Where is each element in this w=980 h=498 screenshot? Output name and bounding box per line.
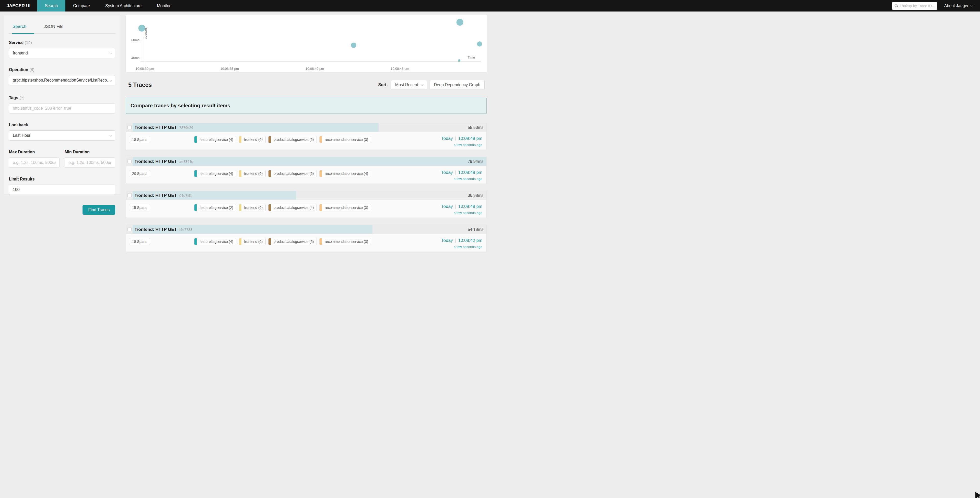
trace-scatter-dot[interactable] xyxy=(477,42,482,46)
limit-results-label: Limit Results xyxy=(9,177,115,182)
trace-count: 5 Traces xyxy=(128,81,152,88)
nav-item-system-architecture[interactable]: System Architecture xyxy=(98,0,149,11)
tags-input[interactable] xyxy=(13,106,111,111)
trace-relative-time: a few seconds ago xyxy=(441,245,482,249)
trace-row[interactable]: frontend: HTTP GET 01d7f9b 36.98ms 15 Sp… xyxy=(126,191,487,218)
trace-date-link[interactable]: Today xyxy=(441,136,453,141)
chevron-down-icon xyxy=(420,83,423,86)
trace-duration: 54.18ms xyxy=(468,225,484,234)
max-duration-input[interactable] xyxy=(13,160,56,165)
nav-item-compare[interactable]: Compare xyxy=(65,0,98,11)
tabs-divider xyxy=(9,33,116,34)
service-chip: productcatalogservice (5) xyxy=(268,136,317,143)
service-color-strip xyxy=(194,136,197,143)
trace-checkbox[interactable] xyxy=(127,193,132,197)
trace-checkbox[interactable] xyxy=(127,159,132,163)
min-duration-input[interactable] xyxy=(68,160,111,165)
service-chip: featureflagservice (2) xyxy=(194,204,236,211)
service-select[interactable]: frontend xyxy=(9,48,115,58)
trace-scatter-dot[interactable] xyxy=(456,19,463,26)
trace-row-header: frontend: HTTP GET 01d7f9b 36.98ms xyxy=(126,191,487,200)
trace-date-link[interactable]: Today xyxy=(441,204,453,209)
service-chip: recommendationservice (3) xyxy=(319,204,371,211)
results-header: 5 Traces Sort: Most Recent Deep Dependen… xyxy=(126,77,487,93)
trace-time-link[interactable]: 10:08:48 pm xyxy=(458,170,482,175)
trace-row[interactable]: frontend: HTTP GET f5e7783 54.18ms 18 Sp… xyxy=(126,225,487,249)
trace-row[interactable]: frontend: HTTP GET 7876e26 55.53ms 18 Sp… xyxy=(126,123,487,150)
x-axis-tick-label: 10:08:40 pm xyxy=(305,67,324,70)
y-axis-tick xyxy=(141,58,143,58)
service-color-strip xyxy=(269,204,271,211)
service-chip: productcatalogservice (6) xyxy=(268,170,317,177)
service-label: Service (14) xyxy=(9,40,115,45)
trace-duration: 55.53ms xyxy=(468,123,484,132)
y-axis-tick-label: 40ms xyxy=(131,56,140,60)
trace-id: f5e7783 xyxy=(179,228,192,231)
operation-select[interactable]: grpc.hipstershop.RecommendationService/L… xyxy=(9,75,115,85)
service-color-strip xyxy=(194,238,197,245)
trace-date-link[interactable]: Today xyxy=(441,238,453,243)
trace-date-link[interactable]: Today xyxy=(441,170,453,175)
service-chip: frontend (6) xyxy=(239,170,266,177)
max-duration-label: Max Duration xyxy=(9,150,59,155)
tab-json-file[interactable]: JSON File xyxy=(40,22,67,33)
tags-input-box xyxy=(9,103,115,113)
service-color-strip xyxy=(194,204,197,211)
app-logo: JAEGER UI xyxy=(0,0,37,11)
service-chip: frontend (6) xyxy=(239,204,266,211)
nav-item-search[interactable]: Search xyxy=(37,0,65,11)
service-color-strip xyxy=(269,238,271,245)
trace-relative-time: a few seconds ago xyxy=(441,177,482,181)
service-chip: frontend (6) xyxy=(239,238,266,245)
sidebar-tabs: Search JSON File xyxy=(9,15,115,33)
service-chip: recommendationservice (3) xyxy=(319,238,371,245)
compare-banner: Compare traces by selecting result items xyxy=(126,97,487,114)
service-chip: frontend (6) xyxy=(239,136,266,143)
trace-id: 01d7f9b xyxy=(179,193,192,198)
active-tab-ink xyxy=(12,33,34,34)
deep-dependency-graph-button[interactable]: Deep Dependency Graph xyxy=(430,80,485,90)
x-axis-tick-label: 10:08:30 pm xyxy=(136,67,154,70)
service-chips: featureflagservice (2) frontend (6) prod… xyxy=(194,204,371,211)
max-duration-box xyxy=(9,158,59,168)
find-traces-button[interactable]: Find Traces xyxy=(83,205,115,215)
tab-search[interactable]: Search xyxy=(9,22,30,33)
chevron-down-icon xyxy=(109,134,112,137)
trace-title: frontend: HTTP GET xyxy=(135,227,177,232)
service-count: (14) xyxy=(24,40,32,45)
trace-time-link[interactable]: 10:08:48 pm xyxy=(458,204,482,209)
trace-checkbox[interactable] xyxy=(127,125,132,129)
nav-item-monitor[interactable]: Monitor xyxy=(149,0,178,11)
sort-label: Sort: xyxy=(378,83,388,87)
trace-title: frontend: HTTP GET xyxy=(135,193,177,198)
trace-checkbox[interactable] xyxy=(127,227,132,231)
lookback-label: Lookback xyxy=(9,123,115,127)
sort-select[interactable]: Most Recent xyxy=(391,80,427,90)
trace-scatter-dot[interactable] xyxy=(458,59,460,62)
trace-scatter-dot[interactable] xyxy=(351,42,356,48)
operation-select-value: grpc.hipstershop.RecommendationService/L… xyxy=(13,78,112,83)
scatter-plot: Duration Time 10:08:30 pm10:08:35 pm10:0… xyxy=(143,18,484,61)
x-axis-tick-label: 10:08:35 pm xyxy=(220,67,239,70)
help-icon[interactable]: ? xyxy=(20,96,24,100)
span-count-chip: 18 Spans xyxy=(129,238,150,245)
service-color-strip xyxy=(239,204,242,211)
x-axis xyxy=(140,61,481,62)
service-chip: featureflagservice (4) xyxy=(194,170,236,177)
trace-time-link[interactable]: 10:08:49 pm xyxy=(458,136,482,141)
x-axis-tick-label: 10:08:45 pm xyxy=(391,67,409,70)
operation-label: Operation (8) xyxy=(9,67,115,72)
trace-scatter-dot[interactable] xyxy=(138,24,145,32)
tags-label: Tags? xyxy=(9,96,115,100)
compare-banner-text: Compare traces by selecting result items xyxy=(130,103,230,109)
chevron-down-icon xyxy=(109,51,112,54)
service-color-strip xyxy=(239,136,242,143)
lookback-select[interactable]: Last Hour xyxy=(9,130,115,140)
trace-timestamp: Today 10:08:49 pm a few seconds ago xyxy=(441,136,482,147)
min-duration-box xyxy=(65,158,115,168)
trace-row[interactable]: frontend: HTTP GET ae8341d 79.94ms 20 Sp… xyxy=(126,157,487,184)
trace-time-link[interactable]: 10:08:42 pm xyxy=(458,238,482,243)
span-count-chip: 15 Spans xyxy=(129,204,150,211)
service-chips: featureflagservice (4) frontend (6) prod… xyxy=(194,136,371,143)
limit-results-input[interactable] xyxy=(13,187,111,192)
